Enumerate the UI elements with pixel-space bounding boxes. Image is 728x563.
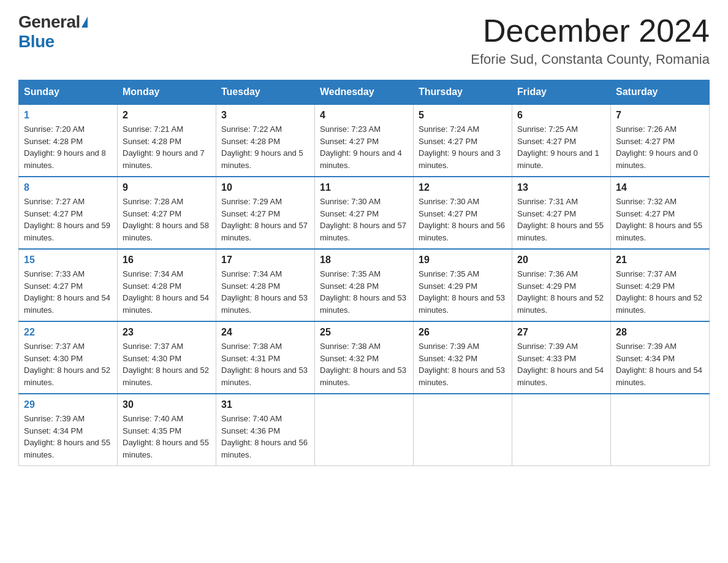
day-info: Sunrise: 7:30 AMSunset: 4:27 PMDaylight:… xyxy=(320,196,408,243)
table-row: 18 Sunrise: 7:35 AMSunset: 4:28 PMDaylig… xyxy=(315,249,414,321)
day-info: Sunrise: 7:38 AMSunset: 4:32 PMDaylight:… xyxy=(320,340,408,388)
day-number: 3 xyxy=(221,110,309,121)
table-row: 16 Sunrise: 7:34 AMSunset: 4:28 PMDaylig… xyxy=(118,249,216,321)
col-saturday: Saturday xyxy=(611,80,710,105)
day-number: 16 xyxy=(123,255,211,266)
day-number: 6 xyxy=(517,110,605,121)
table-row: 19 Sunrise: 7:35 AMSunset: 4:29 PMDaylig… xyxy=(414,249,512,321)
day-info: Sunrise: 7:29 AMSunset: 4:27 PMDaylight:… xyxy=(221,196,309,243)
calendar-week-row: 8 Sunrise: 7:27 AMSunset: 4:27 PMDayligh… xyxy=(19,177,710,249)
day-number: 7 xyxy=(616,110,704,121)
logo-blue-text: Blue xyxy=(18,32,55,52)
col-wednesday: Wednesday xyxy=(315,80,414,105)
table-row: 7 Sunrise: 7:26 AMSunset: 4:27 PMDayligh… xyxy=(611,104,710,177)
day-number: 11 xyxy=(320,182,408,193)
calendar-week-row: 15 Sunrise: 7:33 AMSunset: 4:27 PMDaylig… xyxy=(19,249,710,321)
table-row: 6 Sunrise: 7:25 AMSunset: 4:27 PMDayligh… xyxy=(512,104,611,177)
table-row: 8 Sunrise: 7:27 AMSunset: 4:27 PMDayligh… xyxy=(19,177,118,249)
day-info: Sunrise: 7:22 AMSunset: 4:28 PMDaylight:… xyxy=(221,123,309,171)
day-number: 13 xyxy=(517,182,605,193)
logo-triangle-icon xyxy=(82,17,88,28)
table-row: 25 Sunrise: 7:38 AMSunset: 4:32 PMDaylig… xyxy=(315,321,414,394)
day-number: 26 xyxy=(419,327,507,338)
day-info: Sunrise: 7:37 AMSunset: 4:30 PMDaylight:… xyxy=(24,340,112,388)
table-row: 24 Sunrise: 7:38 AMSunset: 4:31 PMDaylig… xyxy=(216,321,315,394)
day-info: Sunrise: 7:39 AMSunset: 4:33 PMDaylight:… xyxy=(517,340,605,388)
day-number: 2 xyxy=(123,110,211,121)
table-row: 28 Sunrise: 7:39 AMSunset: 4:34 PMDaylig… xyxy=(611,321,710,394)
table-row: 17 Sunrise: 7:34 AMSunset: 4:28 PMDaylig… xyxy=(216,249,315,321)
day-info: Sunrise: 7:39 AMSunset: 4:34 PMDaylight:… xyxy=(616,340,704,388)
month-title: December 2024 xyxy=(471,12,710,49)
col-monday: Monday xyxy=(118,80,216,105)
logo-general-text: General xyxy=(18,12,80,32)
day-info: Sunrise: 7:23 AMSunset: 4:27 PMDaylight:… xyxy=(320,123,408,171)
location-text: Eforie Sud, Constanta County, Romania xyxy=(471,52,710,67)
day-info: Sunrise: 7:38 AMSunset: 4:31 PMDaylight:… xyxy=(221,340,309,388)
day-info: Sunrise: 7:36 AMSunset: 4:29 PMDaylight:… xyxy=(517,268,605,316)
day-info: Sunrise: 7:39 AMSunset: 4:34 PMDaylight:… xyxy=(24,413,112,461)
day-info: Sunrise: 7:28 AMSunset: 4:27 PMDaylight:… xyxy=(123,196,211,243)
table-row: 21 Sunrise: 7:37 AMSunset: 4:29 PMDaylig… xyxy=(611,249,710,321)
table-row: 30 Sunrise: 7:40 AMSunset: 4:35 PMDaylig… xyxy=(118,394,216,466)
day-info: Sunrise: 7:27 AMSunset: 4:27 PMDaylight:… xyxy=(24,196,112,243)
day-number: 28 xyxy=(616,327,704,338)
day-number: 27 xyxy=(517,327,605,338)
day-info: Sunrise: 7:20 AMSunset: 4:28 PMDaylight:… xyxy=(24,123,112,171)
table-row: 29 Sunrise: 7:39 AMSunset: 4:34 PMDaylig… xyxy=(19,394,118,466)
day-number: 23 xyxy=(123,327,211,338)
col-thursday: Thursday xyxy=(414,80,512,105)
table-row: 20 Sunrise: 7:36 AMSunset: 4:29 PMDaylig… xyxy=(512,249,611,321)
day-info: Sunrise: 7:24 AMSunset: 4:27 PMDaylight:… xyxy=(419,123,507,171)
day-number: 14 xyxy=(616,182,704,193)
calendar-table: Sunday Monday Tuesday Wednesday Thursday… xyxy=(18,80,710,466)
table-row: 5 Sunrise: 7:24 AMSunset: 4:27 PMDayligh… xyxy=(414,104,512,177)
day-info: Sunrise: 7:33 AMSunset: 4:27 PMDaylight:… xyxy=(24,268,112,316)
day-info: Sunrise: 7:39 AMSunset: 4:32 PMDaylight:… xyxy=(419,340,507,388)
page-header: General Blue December 2024 Eforie Sud, C… xyxy=(18,12,710,67)
col-sunday: Sunday xyxy=(19,80,118,105)
day-info: Sunrise: 7:21 AMSunset: 4:28 PMDaylight:… xyxy=(123,123,211,171)
day-number: 30 xyxy=(123,399,211,410)
table-row: 10 Sunrise: 7:29 AMSunset: 4:27 PMDaylig… xyxy=(216,177,315,249)
table-row: 15 Sunrise: 7:33 AMSunset: 4:27 PMDaylig… xyxy=(19,249,118,321)
day-number: 25 xyxy=(320,327,408,338)
table-row xyxy=(414,394,512,466)
day-info: Sunrise: 7:37 AMSunset: 4:29 PMDaylight:… xyxy=(616,268,704,316)
day-info: Sunrise: 7:34 AMSunset: 4:28 PMDaylight:… xyxy=(123,268,211,316)
day-number: 29 xyxy=(24,399,112,410)
calendar-week-row: 29 Sunrise: 7:39 AMSunset: 4:34 PMDaylig… xyxy=(19,394,710,466)
day-number: 21 xyxy=(616,255,704,266)
calendar-header-row: Sunday Monday Tuesday Wednesday Thursday… xyxy=(19,80,710,105)
table-row xyxy=(611,394,710,466)
day-info: Sunrise: 7:34 AMSunset: 4:28 PMDaylight:… xyxy=(221,268,309,316)
day-number: 24 xyxy=(221,327,309,338)
table-row: 13 Sunrise: 7:31 AMSunset: 4:27 PMDaylig… xyxy=(512,177,611,249)
calendar-week-row: 1 Sunrise: 7:20 AMSunset: 4:28 PMDayligh… xyxy=(19,104,710,177)
col-friday: Friday xyxy=(512,80,611,105)
table-row: 12 Sunrise: 7:30 AMSunset: 4:27 PMDaylig… xyxy=(414,177,512,249)
day-number: 12 xyxy=(419,182,507,193)
day-number: 9 xyxy=(123,182,211,193)
table-row: 9 Sunrise: 7:28 AMSunset: 4:27 PMDayligh… xyxy=(118,177,216,249)
day-info: Sunrise: 7:37 AMSunset: 4:30 PMDaylight:… xyxy=(123,340,211,388)
table-row xyxy=(512,394,611,466)
day-info: Sunrise: 7:30 AMSunset: 4:27 PMDaylight:… xyxy=(419,196,507,243)
day-number: 8 xyxy=(24,182,112,193)
day-info: Sunrise: 7:32 AMSunset: 4:27 PMDaylight:… xyxy=(616,196,704,243)
table-row: 11 Sunrise: 7:30 AMSunset: 4:27 PMDaylig… xyxy=(315,177,414,249)
table-row: 1 Sunrise: 7:20 AMSunset: 4:28 PMDayligh… xyxy=(19,104,118,177)
day-info: Sunrise: 7:35 AMSunset: 4:28 PMDaylight:… xyxy=(320,268,408,316)
table-row: 3 Sunrise: 7:22 AMSunset: 4:28 PMDayligh… xyxy=(216,104,315,177)
day-number: 20 xyxy=(517,255,605,266)
table-row: 27 Sunrise: 7:39 AMSunset: 4:33 PMDaylig… xyxy=(512,321,611,394)
calendar-week-row: 22 Sunrise: 7:37 AMSunset: 4:30 PMDaylig… xyxy=(19,321,710,394)
logo: General Blue xyxy=(18,12,88,52)
day-info: Sunrise: 7:40 AMSunset: 4:35 PMDaylight:… xyxy=(123,413,211,461)
day-number: 10 xyxy=(221,182,309,193)
day-number: 19 xyxy=(419,255,507,266)
day-number: 5 xyxy=(419,110,507,121)
day-info: Sunrise: 7:35 AMSunset: 4:29 PMDaylight:… xyxy=(419,268,507,316)
table-row: 22 Sunrise: 7:37 AMSunset: 4:30 PMDaylig… xyxy=(19,321,118,394)
day-number: 1 xyxy=(24,110,112,121)
